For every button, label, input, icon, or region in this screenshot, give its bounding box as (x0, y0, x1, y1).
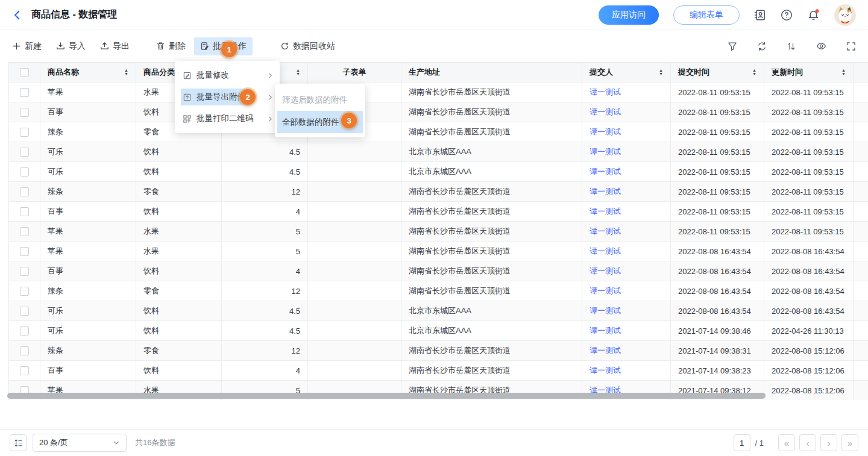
visibility-icon[interactable] (816, 41, 826, 51)
sort-arrows-icon[interactable]: ▲▼ (659, 69, 663, 76)
submitter-link[interactable]: 谭一测试 (590, 166, 621, 177)
row-checkbox[interactable] (20, 366, 29, 375)
contacts-icon[interactable] (754, 9, 766, 21)
table-cell: 湖南省长沙市岳麓区天顶街道 (401, 242, 582, 261)
row-checkbox[interactable] (20, 346, 29, 355)
first-page-button[interactable]: « (778, 434, 795, 451)
table-row[interactable]: 百事饮料4湖南省长沙市岳麓区天顶街道谭一测试2021-07-14 09:38:2… (9, 361, 868, 381)
table-cell: 水果 (136, 222, 222, 242)
table-row[interactable]: 辣条零食12湖南省长沙市岳麓区天顶街道谭一测试2022-08-08 16:43:… (9, 281, 868, 301)
row-checkbox[interactable] (20, 307, 29, 316)
table-row[interactable]: 辣条零食12湖南省长沙市岳麓区天顶街道谭一测试2022-08-11 09:53:… (9, 122, 868, 142)
sort-icon[interactable] (787, 42, 796, 51)
submitter-link[interactable]: 谭一测试 (590, 345, 621, 356)
table-row[interactable]: 苹果水果5湖南省长沙市岳麓区天顶街道谭一测试2022-08-11 09:53:1… (9, 83, 868, 102)
table-cell: 饮料 (136, 162, 222, 182)
menu-item-batch-export-attachments[interactable]: 批量导出附件 (175, 86, 280, 108)
new-button[interactable]: 新建 (12, 41, 42, 52)
prev-page-button[interactable]: ‹ (799, 434, 816, 451)
submitter-link[interactable]: 谭一测试 (590, 87, 621, 98)
submitter-link[interactable]: 谭一测试 (590, 305, 621, 316)
row-checkbox[interactable] (20, 128, 29, 137)
sort-arrows-icon[interactable]: ▲▼ (296, 69, 300, 76)
current-page-input[interactable]: 1 (734, 434, 750, 451)
menu-item-batch-modify[interactable]: 批量修改 (175, 64, 280, 86)
sort-arrows-icon[interactable]: ▲▼ (124, 69, 128, 76)
avatar[interactable] (834, 4, 856, 26)
recycle-bin-button[interactable]: 数据回收站 (280, 41, 335, 52)
pagination-bar: 20 条/页 共16条数据 1 / 1 « ‹ › » (0, 429, 868, 456)
submitter-link[interactable]: 谭一测试 (590, 126, 621, 137)
table-cell: 4.5 (222, 162, 308, 182)
row-checkbox[interactable] (20, 326, 29, 336)
table-cell (854, 281, 868, 301)
notification-bell-icon[interactable] (807, 8, 820, 21)
horizontal-scrollbar[interactable] (7, 393, 766, 399)
row-checkbox[interactable] (20, 267, 29, 276)
table-cell: 2022-08-11 09:53:15 (764, 142, 854, 162)
export-button[interactable]: 导出 (100, 41, 130, 52)
help-icon[interactable] (781, 9, 793, 21)
filter-icon[interactable] (728, 42, 737, 51)
chevron-down-icon (113, 439, 120, 446)
row-checkbox[interactable] (20, 287, 29, 296)
submitter-link[interactable]: 谭一测试 (590, 206, 621, 217)
submitter-link[interactable]: 谭一测试 (590, 107, 621, 117)
chevron-right-icon (267, 116, 274, 122)
table-cell: 零食 (136, 182, 222, 202)
table-row[interactable]: 苹果水果5湖南省长沙市岳麓区天顶街道谭一测试2022-08-11 09:53:1… (9, 222, 868, 242)
row-checkbox[interactable] (20, 88, 29, 97)
submitter-link[interactable]: 谭一测试 (590, 325, 621, 336)
table-cell: 5 (222, 222, 308, 242)
submitter-link[interactable]: 谭一测试 (590, 226, 621, 237)
table-cell (854, 341, 868, 361)
row-height-button[interactable] (10, 434, 27, 451)
table-row[interactable]: 可乐饮料4.5北京市东城区AAA谭一测试2022-08-11 09:53:152… (9, 162, 868, 182)
menu-item-batch-print-qrcode[interactable]: 批量打印二维码 (175, 108, 280, 130)
submitter-link[interactable]: 谭一测试 (590, 246, 621, 257)
delete-button[interactable]: 删除 (156, 41, 186, 52)
submitter-link[interactable]: 谭一测试 (590, 146, 621, 157)
column-header-7[interactable]: 提交时间▲▼ (671, 63, 764, 83)
row-checkbox[interactable] (20, 227, 29, 236)
table-row[interactable]: 百事饮料4湖南省长沙市岳麓区天顶街道谭一测试2022-08-11 09:53:1… (9, 102, 868, 122)
row-checkbox[interactable] (20, 247, 29, 256)
select-all-checkbox[interactable] (20, 68, 29, 77)
table-row[interactable]: 苹果水果5湖南省长沙市岳麓区天顶街道谭一测试2022-08-08 16:43:5… (9, 242, 868, 261)
table-row[interactable]: 可乐饮料4.5北京市东城区AAA谭一测试2022-08-08 16:43:542… (9, 301, 868, 321)
sort-arrows-icon[interactable]: ▲▼ (752, 69, 756, 76)
page-size-select[interactable]: 20 条/页 (33, 434, 127, 452)
table-row[interactable]: 百事饮料4湖南省长沙市岳麓区天顶街道谭一测试2022-08-11 09:53:1… (9, 202, 868, 222)
table-row[interactable]: 可乐饮料4.5北京市东城区AAA谭一测试2021-07-14 09:38:462… (9, 321, 868, 341)
table-row[interactable]: 可乐饮料4.5北京市东城区AAA谭一测试2022-08-11 09:53:152… (9, 142, 868, 162)
submitter-link[interactable]: 谭一测试 (590, 365, 621, 376)
row-checkbox[interactable] (20, 187, 29, 196)
next-page-button[interactable]: › (820, 434, 837, 451)
checkbox-cell (9, 102, 40, 122)
row-checkbox[interactable] (20, 167, 29, 176)
edit-form-button[interactable]: 编辑表单 (673, 5, 740, 25)
submitter-link[interactable]: 谭一测试 (590, 186, 621, 197)
column-header-6[interactable]: 提交人▲▼ (582, 63, 671, 83)
last-page-button[interactable]: » (841, 434, 858, 451)
fullscreen-icon[interactable] (846, 42, 856, 51)
app-access-button[interactable]: 应用访问 (599, 5, 659, 25)
column-header-1[interactable]: 商品名称▲▼ (40, 63, 136, 83)
row-checkbox[interactable] (20, 148, 29, 157)
submitter-link[interactable]: 谭一测试 (590, 266, 621, 276)
import-button[interactable]: 导入 (56, 41, 86, 52)
back-button[interactable] (12, 10, 23, 20)
submenu-item-filtered-data[interactable]: 筛选后数据的附件 (275, 89, 365, 111)
table-cell: 2022-08-11 09:53:15 (671, 102, 764, 122)
row-checkbox[interactable] (20, 207, 29, 216)
table-row[interactable]: 辣条零食12湖南省长沙市岳麓区天顶街道谭一测试2021-07-14 09:38:… (9, 341, 868, 361)
table-row[interactable]: 辣条零食12湖南省长沙市岳麓区天顶街道谭一测试2022-08-11 09:53:… (9, 182, 868, 202)
row-checkbox[interactable] (20, 108, 29, 117)
sort-arrows-icon[interactable]: ▲▼ (841, 69, 846, 76)
submitter-link[interactable]: 谭一测试 (590, 286, 621, 296)
table-row[interactable]: 百事饮料4湖南省长沙市岳麓区天顶街道谭一测试2022-08-08 16:43:5… (9, 261, 868, 281)
table-cell: 谭一测试 (582, 102, 671, 122)
column-header-8[interactable]: 更新时间▲▼ (764, 63, 854, 83)
refresh-icon[interactable] (757, 42, 767, 51)
table-cell: 4 (222, 361, 308, 381)
